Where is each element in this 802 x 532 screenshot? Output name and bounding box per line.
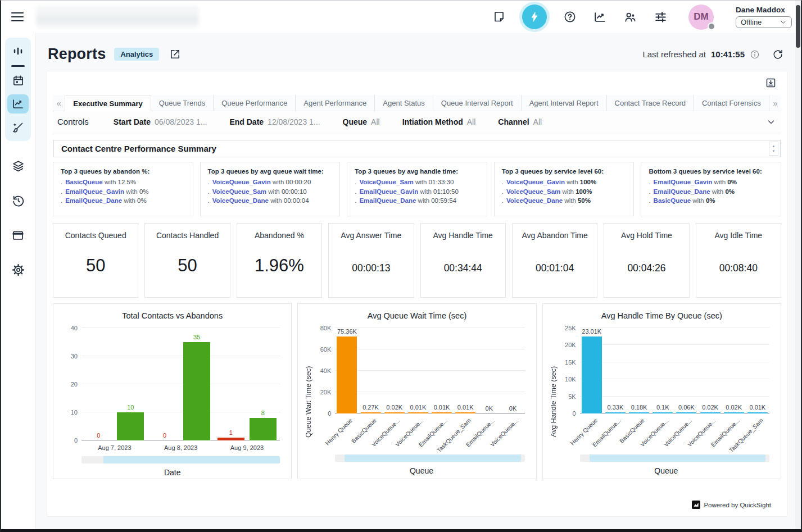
bar[interactable] (117, 412, 144, 440)
summary-scroll-stepper[interactable]: ▲▼ (769, 142, 778, 156)
sidebar-item-bar-chart[interactable] (11, 44, 25, 58)
queue-link[interactable]: VoiceQueue_Dane (212, 197, 269, 204)
tab-contact-trace-record[interactable]: Contact Trace Record (606, 95, 694, 111)
y-tick-label: 10K (565, 376, 576, 383)
open-external-button[interactable] (169, 48, 182, 61)
chart-scrollbar-thumb[interactable] (345, 454, 521, 462)
sidebar-item-layers[interactable] (11, 159, 25, 173)
sidebar-item-settings[interactable] (11, 263, 25, 277)
chart-plot: 020K40K60K80K75.36K0.27K0.02K0.01K0.01K0… (335, 328, 524, 413)
sidebar-item-calendar[interactable] (12, 74, 25, 87)
filter-queue[interactable]: Queue All (343, 117, 380, 126)
history-icon (11, 194, 25, 208)
y-tick-label: 80K (320, 325, 332, 331)
bar-value-label: 10 (127, 404, 134, 411)
x-tick-label: VoiceQueue... (501, 413, 525, 449)
bar-value-label: 0 (163, 432, 166, 439)
queue-link[interactable]: VoiceQueue_Sam (506, 188, 560, 195)
queue-link[interactable]: EmailQueue_Gavin (65, 188, 124, 195)
filter-channel[interactable]: Channel All (498, 117, 542, 126)
x-tick-label: Henry Queue (335, 413, 359, 449)
queue-link[interactable]: EmailQueue_Dane (65, 197, 122, 204)
tab-queue-performance[interactable]: Queue Performance (213, 95, 295, 111)
chart-title: Total Contacts vs Abandons (60, 311, 284, 320)
tab-queue-interval-report[interactable]: Queue Interval Report (433, 95, 521, 111)
bar[interactable] (582, 337, 602, 413)
bar[interactable] (250, 418, 277, 440)
bar-value-label: 0.27K (363, 404, 379, 411)
y-tick-label: 25K (565, 325, 576, 331)
y-tick-label: 30 (71, 353, 78, 360)
calendar-icon (12, 74, 25, 87)
help-icon[interactable] (563, 10, 577, 24)
queue-link[interactable]: BasicQueue (654, 197, 691, 204)
top-bar: DM Dane Maddox Offline (1, 1, 801, 33)
queue-link[interactable]: EmailQueue_Gavin (654, 179, 713, 185)
window-icon (11, 229, 25, 242)
kpi-avg-hold-time: Avg Hold Time00:04:26 (604, 223, 689, 298)
status-dropdown[interactable]: Offline (736, 16, 792, 28)
queue-link[interactable]: EmailQueue_Dane (654, 188, 710, 195)
queue-link[interactable]: EmailQueue_Gavin (359, 188, 418, 195)
controls-collapse-button[interactable] (767, 117, 776, 126)
queue-link[interactable]: VoiceQueue_Gavin (506, 179, 565, 185)
queue-link[interactable]: VoiceQueue_Gavin (212, 179, 271, 185)
hamburger-menu-button[interactable] (11, 12, 24, 22)
people-icon[interactable] (623, 10, 637, 24)
queue-link[interactable]: EmailQueue_Dane (359, 197, 416, 204)
gear-icon (11, 263, 25, 277)
left-sidebar (1, 33, 35, 529)
download-report-button[interactable] (765, 77, 777, 89)
chart-scrollbar-thumb[interactable] (103, 456, 280, 463)
info-icon[interactable] (750, 49, 760, 60)
tab-queue-trends[interactable]: Queue Trends (151, 95, 213, 111)
tab-executive-summary[interactable]: Executive Summary (65, 95, 151, 111)
queue-link[interactable]: VoiceQueue_Dane (506, 197, 563, 204)
x-axis-label: Queue (559, 466, 774, 475)
chevron-down-icon (780, 19, 787, 26)
page-scrollbar-thumb[interactable] (796, 5, 800, 48)
sidebar-item-window[interactable] (11, 229, 25, 242)
page-scrollbar[interactable] (795, 1, 801, 529)
chart-scrollbar[interactable] (580, 454, 769, 462)
tab-agent-interval-report[interactable]: Agent Interval Report (521, 95, 606, 111)
sidebar-item-history[interactable] (11, 194, 25, 208)
x-tick-label: TaskQueue_Sam (746, 413, 769, 449)
sidebar-item-design[interactable] (11, 121, 25, 134)
lightning-button[interactable] (522, 4, 547, 29)
sidebar-item-analytics-selected[interactable] (7, 94, 29, 113)
bar[interactable] (183, 342, 210, 440)
queue-link[interactable]: BasicQueue (65, 179, 102, 185)
charts-row: Total Contacts vs Abandons01020304001003… (53, 303, 781, 479)
tabs-scroll-left-button[interactable]: « (53, 95, 65, 111)
bar-value-label: 75.36K (337, 328, 357, 335)
filter-start-date[interactable]: Start Date 06/08/2023 1... (114, 117, 207, 126)
bar[interactable] (218, 438, 244, 440)
note-icon[interactable] (492, 10, 506, 24)
queue-link[interactable]: VoiceQueue_Sam (359, 179, 413, 185)
tab-contact-forensics[interactable]: Contact Forensics (694, 95, 769, 111)
report-tabs: « Executive Summary Queue Trends Queue P… (53, 95, 781, 111)
filter-end-date[interactable]: End Date 12/08/2023 1... (229, 117, 320, 126)
filter-initiation-method[interactable]: Intiation Method All (402, 117, 476, 126)
y-tick-label: 20 (71, 381, 78, 388)
sliders-icon[interactable] (654, 10, 668, 24)
bar[interactable] (337, 337, 357, 413)
queue-link[interactable]: VoiceQueue_Sam (212, 188, 266, 195)
insight-card-top-service-level: Top 3 queues by service level 60: VoiceQ… (494, 162, 635, 216)
chart-avg-queue-wait-time: Avg Queue Wait Time (sec)Queue Wait Time… (297, 303, 536, 479)
metrics-icon[interactable] (593, 10, 607, 24)
tabs-scroll-right-button[interactable]: » (769, 95, 781, 111)
kpi-abandoned-pct: Abandoned %1.96% (237, 223, 322, 298)
tab-agent-performance[interactable]: Agent Performance (295, 95, 374, 111)
chart-total-contacts-vs-abandons: Total Contacts vs Abandons01020304001003… (53, 303, 292, 479)
refresh-button[interactable] (772, 48, 784, 61)
bar-value-label: 0.01K (457, 404, 474, 411)
insight-card-bottom-service-level: Bottom 3 queues by service level 60: Ema… (641, 162, 781, 216)
chart-scrollbar[interactable] (81, 456, 280, 463)
tab-agent-status[interactable]: Agent Status (374, 95, 432, 111)
last-refreshed-time: 10:41:55 (711, 49, 745, 59)
kpi-contacts-queued: Contacts Queued50 (53, 223, 138, 298)
chart-scrollbar-thumb[interactable] (590, 454, 766, 462)
chart-scrollbar[interactable] (335, 454, 524, 462)
